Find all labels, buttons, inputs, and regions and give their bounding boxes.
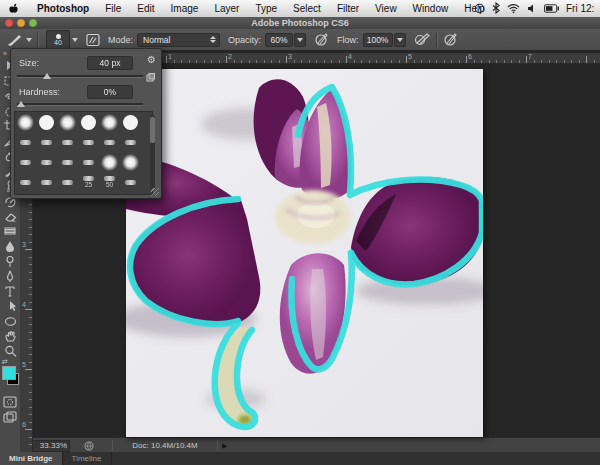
adobe-drive-icon[interactable] xyxy=(84,441,94,451)
volume-icon[interactable] xyxy=(527,3,537,14)
type-tool[interactable] xyxy=(0,283,20,298)
brush-preset-sampled[interactable] xyxy=(15,172,36,192)
hardness-field[interactable]: 0% xyxy=(87,85,133,99)
opacity-field[interactable]: 60% xyxy=(265,33,293,47)
brush-preset-sampled[interactable] xyxy=(78,132,99,152)
brush-panel-icon xyxy=(86,33,100,47)
wifi-icon[interactable] xyxy=(507,3,520,14)
menu-photoshop[interactable]: Photoshop xyxy=(29,1,97,17)
brush-preset-sampled[interactable] xyxy=(15,132,36,152)
dodge-tool[interactable] xyxy=(0,253,20,268)
menu-clock[interactable]: Fri 12: xyxy=(566,3,600,14)
brush-preset-hard[interactable] xyxy=(120,112,141,132)
tool-preset-picker[interactable] xyxy=(6,29,32,50)
ellipse-shape-tool[interactable] xyxy=(0,313,20,328)
quick-mask-button[interactable] xyxy=(0,394,20,409)
clock-icon[interactable] xyxy=(474,3,485,14)
caret-down-icon xyxy=(297,38,303,42)
brush-preset-sampled-25[interactable]: 25 xyxy=(78,172,99,192)
menu-layer[interactable]: Layer xyxy=(206,1,247,17)
brush-preset-soft[interactable] xyxy=(99,152,120,172)
brush-preset-soft[interactable] xyxy=(57,112,78,132)
tablet-size-button[interactable] xyxy=(443,29,458,50)
gear-icon[interactable]: ⚙ xyxy=(147,55,156,65)
brush-tip-thumbnail xyxy=(125,140,136,145)
brush-tip-thumbnail xyxy=(101,114,118,131)
brush-preset-sampled[interactable] xyxy=(57,152,78,172)
hruler-label: 3 xyxy=(288,53,292,60)
battery-icon[interactable] xyxy=(544,4,559,13)
brush-preset-soft[interactable] xyxy=(120,152,141,172)
zoom-icon xyxy=(3,344,18,358)
brush-preset-picker[interactable]: 40 xyxy=(44,29,78,50)
hardness-slider-thumb[interactable] xyxy=(17,101,25,107)
panel-resize-grip[interactable] xyxy=(151,188,159,196)
brush-preset-sampled[interactable] xyxy=(120,172,141,192)
size-slider-thumb[interactable] xyxy=(43,73,51,79)
select-stepper-icon xyxy=(210,36,216,43)
bluetooth-icon[interactable] xyxy=(492,2,500,14)
menu-image[interactable]: Image xyxy=(163,1,207,17)
hardness-slider-track xyxy=(17,103,143,106)
new-brush-icon[interactable] xyxy=(146,73,155,84)
eraser-tool[interactable] xyxy=(0,208,20,223)
preset-scrollbar[interactable] xyxy=(150,115,155,189)
toggle-brush-panel-button[interactable] xyxy=(86,29,100,50)
swap-colors-icon[interactable]: ⇄ xyxy=(2,358,8,366)
brush-preset-hard[interactable] xyxy=(36,112,57,132)
menu-select[interactable]: Select xyxy=(285,1,329,17)
tablet-opacity-button[interactable] xyxy=(314,29,329,50)
brush-preset-sampled[interactable] xyxy=(36,132,57,152)
scrollbar-thumb[interactable] xyxy=(150,117,155,143)
pressure-opacity-icon xyxy=(314,32,329,47)
size-field[interactable]: 40 px xyxy=(87,56,133,70)
size-slider[interactable] xyxy=(17,72,143,80)
flow-label: Flow: xyxy=(337,35,359,45)
brush-preset-sampled[interactable] xyxy=(36,152,57,172)
brush-preset-hard[interactable] xyxy=(78,112,99,132)
status-menu-arrow-icon[interactable]: ▶ xyxy=(222,442,227,450)
hand-tool[interactable] xyxy=(0,328,20,343)
gradient-tool[interactable] xyxy=(0,223,20,238)
menu-window[interactable]: Window xyxy=(405,1,457,17)
doc-size-field[interactable]: Doc: 10.4M/10.4M xyxy=(112,440,218,451)
brush-preset-caret-icon xyxy=(72,38,78,42)
brush-preset-sampled[interactable] xyxy=(57,172,78,192)
brush-tip-thumbnail xyxy=(62,180,73,185)
path-selection-tool[interactable] xyxy=(0,298,20,313)
zoom-tool[interactable] xyxy=(0,343,20,358)
menu-view[interactable]: View xyxy=(367,1,405,17)
menu-edit[interactable]: Edit xyxy=(129,1,162,17)
blend-mode-select[interactable]: Normal xyxy=(137,33,220,47)
document-canvas[interactable] xyxy=(126,69,483,437)
tab-timeline[interactable]: Timeline xyxy=(63,452,112,465)
opacity-label: Opacity: xyxy=(228,35,261,45)
screen-mode-button[interactable] xyxy=(0,409,20,424)
flow-caret-button[interactable] xyxy=(394,33,406,47)
airbrush-button[interactable] xyxy=(414,29,431,50)
blur-tool[interactable] xyxy=(0,238,20,253)
vruler-label: 5 xyxy=(22,361,26,368)
opacity-caret-button[interactable] xyxy=(294,33,306,47)
menu-file[interactable]: File xyxy=(97,1,129,17)
brush-preset-sampled[interactable] xyxy=(78,152,99,172)
brush-tip-thumbnail xyxy=(59,114,76,131)
hardness-slider[interactable] xyxy=(17,100,143,108)
brush-preset-sampled[interactable] xyxy=(57,132,78,152)
brush-preset-soft[interactable] xyxy=(99,112,120,132)
brush-preset-sampled[interactable] xyxy=(99,132,120,152)
hruler-label: 6 xyxy=(468,53,472,60)
flow-field[interactable]: 100% xyxy=(363,33,393,47)
tab-mini-bridge[interactable]: Mini Bridge xyxy=(0,452,63,465)
foreground-color-swatch[interactable] xyxy=(2,366,16,380)
pen-tool[interactable] xyxy=(0,268,20,283)
brush-preset-sampled[interactable] xyxy=(120,132,141,152)
menu-filter[interactable]: Filter xyxy=(329,1,367,17)
brush-preset-sampled[interactable] xyxy=(15,152,36,172)
brush-preset-sampled-50[interactable]: 50 xyxy=(99,172,120,192)
brush-preset-sampled[interactable] xyxy=(36,172,57,192)
menu-type[interactable]: Type xyxy=(247,1,285,17)
brush-tip-thumbnail xyxy=(123,115,138,130)
apple-menu-icon[interactable] xyxy=(8,2,19,15)
brush-preset-soft[interactable] xyxy=(15,112,36,132)
